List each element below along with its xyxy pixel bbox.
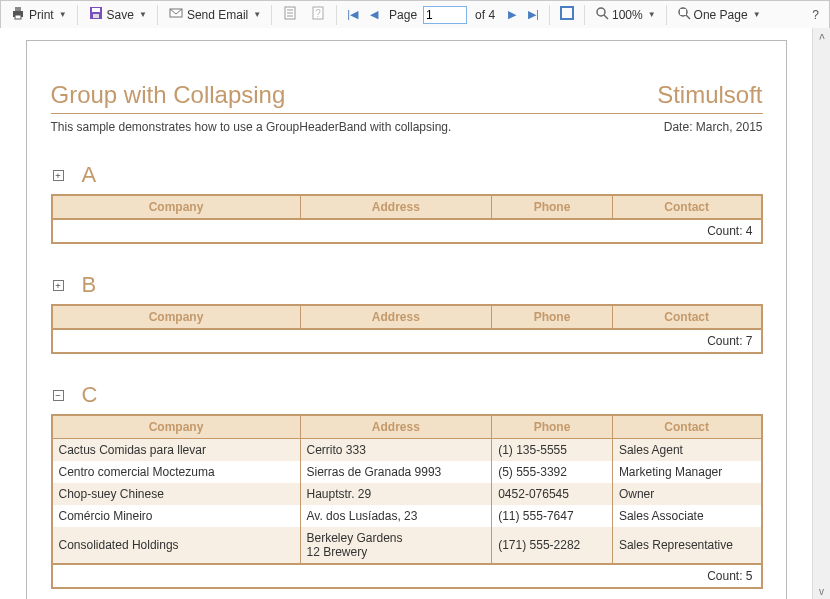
page-label: Page <box>389 8 417 22</box>
zoom-label: 100% <box>612 8 643 22</box>
dropdown-icon: ▼ <box>648 10 656 19</box>
fullscreen-icon <box>560 6 574 23</box>
dropdown-icon: ▼ <box>253 10 261 19</box>
first-icon: |◀ <box>347 8 358 21</box>
svg-point-14 <box>597 8 605 16</box>
svg-rect-13 <box>561 7 573 19</box>
next-page-button[interactable]: ▶ <box>503 5 521 24</box>
view-mode-button[interactable]: One Page ▼ <box>672 3 766 26</box>
first-page-button[interactable]: |◀ <box>342 5 363 24</box>
parameters-button[interactable]: ? <box>305 2 331 27</box>
view-mode-label: One Page <box>694 8 748 22</box>
page-mode-icon <box>677 6 691 23</box>
bookmarks-icon <box>282 5 298 24</box>
dropdown-icon: ▼ <box>59 10 67 19</box>
svg-text:?: ? <box>315 8 321 19</box>
zoom-button[interactable]: 100% ▼ <box>590 3 661 26</box>
help-button[interactable]: ? <box>806 8 825 22</box>
separator <box>271 5 272 25</box>
toolbar: Print ▼ Save ▼ Send Email ▼ ? |◀ ◀ Page … <box>0 0 830 29</box>
print-label: Print <box>29 8 54 22</box>
last-icon: ▶| <box>528 8 539 21</box>
separator <box>77 5 78 25</box>
svg-rect-18 <box>680 9 686 15</box>
save-button[interactable]: Save ▼ <box>83 2 152 27</box>
svg-rect-2 <box>15 15 21 19</box>
separator <box>549 5 550 25</box>
save-icon <box>88 5 104 24</box>
scrollbar[interactable]: ʌ v <box>812 28 830 29</box>
viewport: Group with Collapsing Stimulsoft This sa… <box>0 28 813 29</box>
svg-line-15 <box>604 15 608 19</box>
send-email-label: Send Email <box>187 8 248 22</box>
separator <box>157 5 158 25</box>
svg-rect-5 <box>93 14 99 18</box>
separator <box>584 5 585 25</box>
page-of-label: of 4 <box>475 8 495 22</box>
next-icon: ▶ <box>508 8 516 21</box>
email-icon <box>168 5 184 24</box>
prev-page-button[interactable]: ◀ <box>365 5 383 24</box>
dropdown-icon: ▼ <box>139 10 147 19</box>
parameters-icon: ? <box>310 5 326 24</box>
fullscreen-button[interactable] <box>555 3 579 26</box>
last-page-button[interactable]: ▶| <box>523 5 544 24</box>
svg-line-17 <box>686 15 690 19</box>
dropdown-icon: ▼ <box>753 10 761 19</box>
scroll-up-icon[interactable]: ʌ <box>819 28 825 29</box>
bookmarks-button[interactable] <box>277 2 303 27</box>
separator <box>666 5 667 25</box>
separator <box>336 5 337 25</box>
svg-rect-4 <box>92 8 100 12</box>
prev-icon: ◀ <box>370 8 378 21</box>
save-label: Save <box>107 8 134 22</box>
zoom-icon <box>595 6 609 23</box>
print-icon <box>10 5 26 24</box>
send-email-button[interactable]: Send Email ▼ <box>163 2 266 27</box>
print-button[interactable]: Print ▼ <box>5 2 72 27</box>
svg-rect-1 <box>15 7 21 11</box>
page-input[interactable] <box>423 6 467 24</box>
